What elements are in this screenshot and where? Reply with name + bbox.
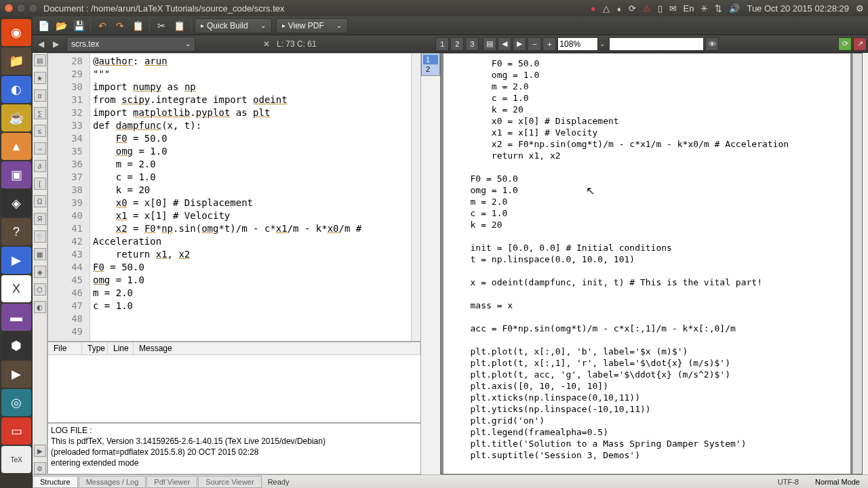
bm-icon[interactable]: ★ xyxy=(34,72,46,84)
minimize-button[interactable] xyxy=(16,3,26,13)
titlebar: Document : /home/arun/LaTeX Tutorials/so… xyxy=(0,0,868,16)
player-icon[interactable]: ▶ xyxy=(1,247,31,274)
unity-launcher: ◉ 📁 ◐ ☕ ▲ ▣ ◈ ? ▶ X ▬ ⬢ ▶ ◎ ▭ TeX xyxy=(0,16,33,488)
undo-icon[interactable]: ↶ xyxy=(94,18,111,33)
viewpdf-label: View PDF xyxy=(288,21,324,30)
next-icon[interactable]: ▶ xyxy=(513,37,526,51)
sym-icon[interactable]: α xyxy=(34,89,46,102)
new-icon[interactable]: 📄 xyxy=(35,18,52,33)
minitab-1[interactable]: 1 xyxy=(423,55,438,64)
mode[interactable]: Normal Mode xyxy=(807,478,868,486)
mail-icon[interactable]: ✉ xyxy=(669,3,677,14)
ext-icon[interactable]: ↗ xyxy=(853,37,867,51)
log-line: entering extended mode xyxy=(51,458,418,468)
search-input[interactable] xyxy=(609,37,704,51)
clock[interactable]: Tue Oct 20 2015 02:28:29 xyxy=(747,3,849,14)
file-tab[interactable]: scrs.tex ⌄ xyxy=(66,37,195,52)
screenshot-icon[interactable]: ▣ xyxy=(1,161,31,188)
page-button[interactable]: ▤ xyxy=(483,37,496,51)
view2-button[interactable]: 2 xyxy=(450,37,464,51)
app4-icon[interactable]: ▭ xyxy=(1,418,31,445)
tab-pdfviewer[interactable]: Pdf Viewer xyxy=(146,476,197,488)
misc-icon[interactable]: ∂ xyxy=(34,160,46,172)
warning-icon[interactable]: ⚠ xyxy=(643,3,651,14)
log-panel[interactable]: LOG FILE : This is pdfTeX, Version 3.141… xyxy=(47,423,421,474)
struct-icon[interactable]: ▤ xyxy=(34,54,46,66)
copy-icon[interactable]: 📋 xyxy=(130,18,146,33)
zoomout-icon[interactable]: − xyxy=(528,37,541,51)
build-dropdown[interactable]: ▸Quick Build⌄ xyxy=(195,18,272,33)
minitab-2[interactable]: 2 xyxy=(423,64,438,74)
cy-icon[interactable]: Я xyxy=(34,213,46,225)
mp-icon[interactable]: ▦ xyxy=(34,248,46,260)
tik-icon[interactable]: ⬡ xyxy=(34,283,46,296)
col-message[interactable]: Message xyxy=(134,342,420,354)
files-icon[interactable]: 📁 xyxy=(1,47,31,75)
tab-sourceviewer[interactable]: Source Viewer xyxy=(198,476,261,488)
window-title: Document : /home/arun/LaTeX Tutorials/so… xyxy=(43,3,285,14)
code-editor[interactable]: 2829303132333435363738394041424344454647… xyxy=(47,53,421,342)
zoom-input[interactable] xyxy=(557,37,598,51)
lang-indicator[interactable]: En xyxy=(684,3,694,14)
app2-icon[interactable]: ▬ xyxy=(1,304,31,331)
texstudio-icon[interactable]: TeX xyxy=(1,446,31,473)
col-file[interactable]: File xyxy=(48,342,82,354)
vlc-icon[interactable]: ▲ xyxy=(1,133,31,160)
app-icon[interactable]: ☕ xyxy=(1,104,31,131)
cut-icon[interactable]: ✂ xyxy=(153,18,170,33)
dropbox-icon[interactable]: ⬧ xyxy=(616,3,622,14)
zoomin-icon[interactable]: + xyxy=(542,37,556,51)
close-tab-icon[interactable]: ✕ xyxy=(263,39,270,49)
back-icon[interactable]: ◀ xyxy=(34,37,47,51)
col-type[interactable]: Type xyxy=(82,342,108,354)
view1-button[interactable]: 1 xyxy=(435,37,449,51)
bluetooth-icon[interactable]: ⚹ xyxy=(701,3,708,14)
sync-icon[interactable]: ⟳ xyxy=(838,37,852,51)
lens-icon[interactable]: ◎ xyxy=(1,389,31,416)
volume-icon[interactable]: 🔊 xyxy=(729,3,740,14)
op-icon[interactable]: ∑ xyxy=(34,107,46,119)
find-icon[interactable]: 👁 xyxy=(705,37,719,51)
help-icon[interactable]: ? xyxy=(1,218,31,245)
pdf-scrollbar[interactable] xyxy=(852,54,862,474)
redo-icon[interactable]: ↷ xyxy=(112,18,128,33)
editor-scrollbar[interactable] xyxy=(411,54,420,341)
maximize-button[interactable] xyxy=(28,3,38,13)
open-icon[interactable]: 📂 xyxy=(53,18,69,33)
encoding[interactable]: UTF-8 xyxy=(770,478,807,486)
folder-icon[interactable]: ▯ xyxy=(658,3,663,14)
cube-icon[interactable]: ⬢ xyxy=(1,332,31,359)
sync-icon[interactable]: ⟳ xyxy=(629,3,636,14)
tab-messages[interactable]: Messages / Log xyxy=(79,476,146,488)
asy-icon[interactable]: ◐ xyxy=(34,301,46,313)
app3-icon[interactable]: ▶ xyxy=(1,361,31,388)
rel-icon[interactable]: ≤ xyxy=(34,125,46,137)
view-dropdown[interactable]: ▸View PDF⌄ xyxy=(276,18,348,33)
gear-icon[interactable]: ⚙ xyxy=(856,3,864,14)
code-area[interactable]: @author: arun"""import numpy as npfrom s… xyxy=(90,54,411,341)
cloud-icon[interactable]: △ xyxy=(603,3,610,14)
prev-icon[interactable]: ◀ xyxy=(498,37,511,51)
dash-icon[interactable]: ◉ xyxy=(1,19,31,46)
forward-icon[interactable]: ▶ xyxy=(49,37,62,51)
col-line[interactable]: Line xyxy=(108,342,134,354)
dn-icon[interactable]: ▶ xyxy=(34,445,46,457)
gk-icon[interactable]: Ω xyxy=(34,195,46,207)
network-icon[interactable]: ⇅ xyxy=(715,3,722,14)
messages-panel: File Type Line Message xyxy=(47,342,421,423)
texmaker-icon[interactable]: X xyxy=(1,275,31,302)
record-icon[interactable]: ● xyxy=(591,3,596,14)
pst-icon[interactable]: ◈ xyxy=(34,266,46,278)
fav-icon[interactable]: ♡ xyxy=(34,230,46,243)
view3-button[interactable]: 3 xyxy=(465,37,479,51)
arr-icon[interactable]: → xyxy=(34,142,46,155)
pdf-page[interactable]: F0 = 50.0 omg = 1.0 m = 2.0 c = 1.0 k = … xyxy=(443,54,850,474)
virtualbox-icon[interactable]: ◈ xyxy=(1,190,31,217)
save-icon[interactable]: 💾 xyxy=(71,18,87,33)
paste-icon[interactable]: 📋 xyxy=(171,18,187,33)
del-icon[interactable]: { xyxy=(34,178,46,190)
chrome-icon[interactable]: ◐ xyxy=(1,76,31,103)
tab-structure[interactable]: Structure xyxy=(33,476,78,488)
close-button[interactable] xyxy=(4,3,14,13)
cfg-icon[interactable]: ⚙ xyxy=(34,462,46,474)
